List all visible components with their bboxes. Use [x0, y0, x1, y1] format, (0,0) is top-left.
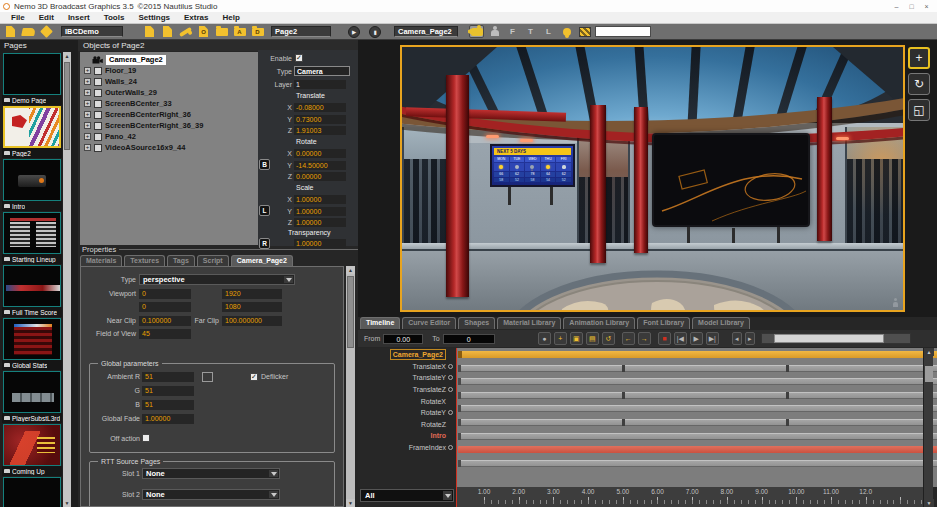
- track-row[interactable]: [456, 378, 937, 390]
- object-checkbox[interactable]: [94, 89, 102, 97]
- track-row[interactable]: [456, 419, 937, 431]
- menu-item[interactable]: File: [4, 12, 32, 23]
- expand-icon[interactable]: [84, 78, 91, 85]
- page-thumbnail[interactable]: [3, 53, 61, 95]
- properties-tab[interactable]: Materials: [80, 255, 122, 266]
- track-filter-dropdown[interactable]: All: [360, 489, 454, 502]
- play-page-button[interactable]: ▶: [348, 26, 360, 38]
- expand-icon[interactable]: [84, 144, 91, 151]
- track-curve-icon[interactable]: [448, 375, 453, 380]
- object-tree-item[interactable]: VideoASource16x9_44: [80, 142, 258, 153]
- object-name-field[interactable]: Camera_Page2: [394, 26, 458, 37]
- move-tool-button[interactable]: +: [908, 47, 930, 69]
- track-label[interactable]: TranslateY: [412, 374, 446, 381]
- track-row[interactable]: [456, 446, 937, 458]
- cut-tool-button[interactable]: [178, 25, 193, 38]
- new-project-button[interactable]: [3, 25, 18, 38]
- scale-x-field[interactable]: 1.00000: [294, 195, 346, 204]
- ambient-color-swatch[interactable]: [202, 372, 213, 382]
- viewport-3d-scene[interactable]: NEXT 5 DAYS MON 66 58 TUE: [400, 45, 905, 312]
- new-page-button[interactable]: [142, 25, 157, 38]
- stop-button[interactable]: ■: [658, 332, 671, 345]
- track-row[interactable]: [456, 392, 937, 404]
- menu-item[interactable]: Extras: [177, 12, 215, 23]
- window-control-button[interactable]: □: [904, 1, 919, 12]
- far-clip-field[interactable]: 100.000000: [222, 316, 282, 326]
- viewport-y-field[interactable]: 0: [139, 302, 191, 312]
- rotate-z-field[interactable]: 0.00000: [294, 172, 346, 181]
- track-label-row[interactable]: RotateY: [358, 407, 456, 419]
- object-tree-item[interactable]: Walls_24: [80, 76, 258, 87]
- page-label-bar[interactable]: Demo Page: [2, 95, 62, 105]
- track-bar[interactable]: [458, 446, 937, 453]
- track-row[interactable]: [456, 351, 937, 363]
- scroll-down-icon[interactable]: ▼: [63, 499, 71, 507]
- timeline-vscrollbar[interactable]: ▲ ▼: [923, 348, 933, 507]
- page-thumbnail[interactable]: [3, 318, 61, 360]
- timeline-tab[interactable]: Shapes: [458, 317, 495, 329]
- track-row[interactable]: [456, 460, 937, 472]
- page-list-item[interactable]: Coming Up: [2, 424, 62, 476]
- track-bar[interactable]: [458, 392, 937, 399]
- page-list-item[interactable]: Full Time Score: [2, 265, 62, 317]
- ambient-b-field[interactable]: 51: [142, 400, 194, 410]
- folder-d-button[interactable]: D: [250, 25, 265, 38]
- properties-scroll-thumb[interactable]: [347, 276, 354, 348]
- track-curve-icon[interactable]: [448, 410, 453, 415]
- track-label[interactable]: TranslateZ: [413, 386, 446, 393]
- copy-button[interactable]: ▣: [570, 332, 583, 345]
- object-tree-item[interactable]: Floor_19: [80, 65, 258, 76]
- enable-checkbox[interactable]: [295, 54, 303, 62]
- scroll-up-icon[interactable]: ▲: [346, 266, 355, 274]
- window-control-button[interactable]: –: [889, 1, 904, 12]
- track-row[interactable]: [456, 405, 937, 417]
- menu-item[interactable]: Help: [215, 12, 246, 23]
- page-list-item[interactable]: Intro: [2, 159, 62, 211]
- properties-tab[interactable]: Script: [197, 255, 229, 266]
- page-list-item[interactable]: Page2: [2, 106, 62, 158]
- page-thumbnail[interactable]: [3, 371, 61, 413]
- track-label[interactable]: Intro: [430, 432, 446, 439]
- camera-tool-button[interactable]: [469, 25, 484, 38]
- track-label-row[interactable]: Intro: [358, 430, 456, 442]
- track-label[interactable]: Camera_Page2: [390, 349, 446, 360]
- track-label[interactable]: FrameIndex: [409, 444, 446, 451]
- track-label-row[interactable]: TranslateY: [358, 372, 456, 384]
- track-bar[interactable]: [458, 351, 937, 358]
- expand-icon[interactable]: [84, 122, 91, 129]
- ambient-g-field[interactable]: 51: [142, 386, 194, 396]
- viewport-x-field[interactable]: 0: [139, 289, 191, 299]
- object-checkbox[interactable]: [94, 67, 102, 75]
- page-label-bar[interactable]: Starting Lineup: [2, 254, 62, 264]
- properties-scrollbar[interactable]: ▲ ▼: [346, 266, 355, 507]
- track-bar[interactable]: [458, 460, 937, 467]
- loop-button[interactable]: ↺: [602, 332, 615, 345]
- skip-to-end-button[interactable]: ▶|: [706, 332, 719, 345]
- folder-a-button[interactable]: A: [232, 25, 247, 38]
- texture-tool-button[interactable]: [577, 25, 592, 38]
- translate-x-field[interactable]: -0.08000: [294, 103, 346, 112]
- timeline-hscrollbar[interactable]: [761, 333, 911, 344]
- scale-y-field[interactable]: 1.00000: [294, 207, 346, 216]
- properties-tab[interactable]: Textures: [124, 255, 165, 266]
- timeline-tab[interactable]: Animation Library: [563, 317, 635, 329]
- scroll-down-icon[interactable]: ▼: [346, 499, 355, 507]
- pages-scrollbar[interactable]: ▲ ▼: [63, 52, 71, 507]
- camera-type-dropdown[interactable]: perspective: [139, 274, 295, 285]
- page-list-item[interactable]: Starting Lineup: [2, 212, 62, 264]
- track-bar[interactable]: [458, 378, 937, 385]
- page-thumbnail[interactable]: [3, 424, 61, 466]
- track-label[interactable]: RotateZ: [421, 421, 446, 428]
- toolbar-search-input[interactable]: [595, 26, 651, 37]
- track-curve-icon[interactable]: [448, 387, 453, 392]
- page-thumbnail[interactable]: [3, 477, 61, 507]
- layer-field[interactable]: 1: [294, 80, 346, 89]
- track-label-row[interactable]: RotateX: [358, 395, 456, 407]
- track-bar[interactable]: [458, 405, 937, 412]
- expand-icon[interactable]: [84, 133, 91, 140]
- step-back-button[interactable]: ←: [622, 332, 635, 345]
- page-list-item[interactable]: Global Stats: [2, 318, 62, 370]
- play-button[interactable]: ▶: [690, 332, 703, 345]
- font-tool-button[interactable]: F: [505, 25, 520, 38]
- track-bar[interactable]: [458, 433, 937, 440]
